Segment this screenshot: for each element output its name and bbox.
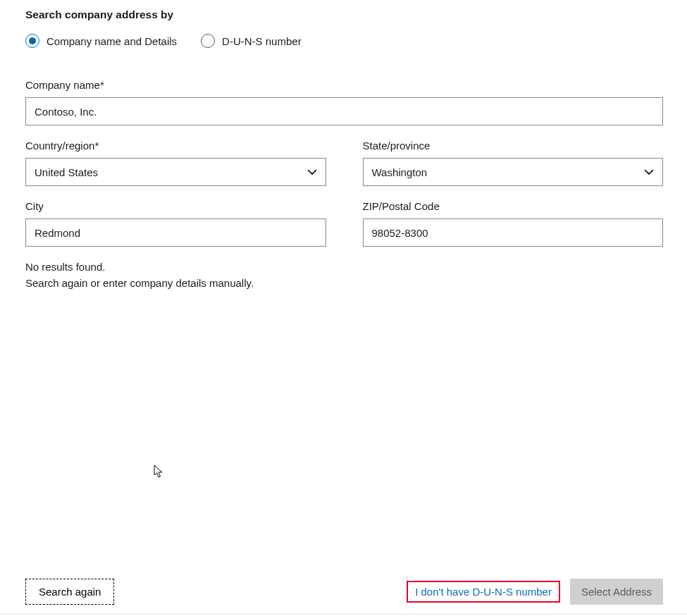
country-value: United States xyxy=(35,166,98,178)
section-heading: Search company address by xyxy=(25,8,663,21)
no-results-message: No results found. Search again or enter … xyxy=(25,259,663,291)
company-name-label: Company name* xyxy=(25,79,663,91)
radio-label: Company name and Details xyxy=(47,35,177,47)
no-duns-link[interactable]: I don't have D-U-N-S number xyxy=(407,581,560,603)
footer-divider xyxy=(0,614,687,615)
city-input[interactable] xyxy=(25,218,326,247)
zip-label: ZIP/Postal Code xyxy=(363,200,664,212)
country-label: Country/region* xyxy=(25,140,326,152)
search-again-button[interactable]: Search again xyxy=(25,579,114,605)
message-line-1: No results found. xyxy=(25,259,663,276)
search-by-radio-group: Company name and Details D-U-N-S number xyxy=(25,34,663,48)
chevron-down-icon xyxy=(644,167,654,177)
radio-duns-number[interactable]: D-U-N-S number xyxy=(201,34,302,48)
country-select[interactable]: United States xyxy=(25,158,326,186)
city-label: City xyxy=(25,200,326,212)
radio-label: D-U-N-S number xyxy=(222,35,302,47)
state-select[interactable]: Washington xyxy=(363,158,664,186)
chevron-down-icon xyxy=(307,167,317,177)
radio-company-name-details[interactable]: Company name and Details xyxy=(25,34,177,48)
company-name-input[interactable] xyxy=(25,97,663,125)
message-line-2: Search again or enter company details ma… xyxy=(25,276,663,292)
mouse-cursor-icon xyxy=(154,464,165,481)
radio-icon xyxy=(25,34,39,48)
radio-icon xyxy=(201,34,215,48)
state-label: State/province xyxy=(363,140,664,152)
select-address-button[interactable]: Select Address xyxy=(570,579,663,605)
zip-input[interactable] xyxy=(363,218,664,247)
state-value: Washington xyxy=(372,166,428,178)
